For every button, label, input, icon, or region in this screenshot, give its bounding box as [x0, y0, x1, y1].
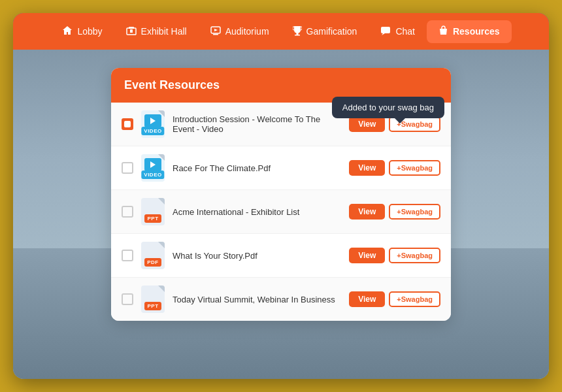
view-button-2[interactable]: View — [349, 160, 385, 176]
swag-button-4[interactable]: +Swagbag — [389, 248, 440, 263]
file-icon-ppt-2: PPT — [141, 286, 165, 313]
resource-name-5: Today Virtual Summit, Webinar In Busines… — [173, 295, 341, 304]
nav-item-chat[interactable]: Chat — [369, 21, 427, 42]
checkbox-2[interactable] — [122, 162, 133, 174]
resource-name-2: Race For The Climate.Pdf — [173, 163, 341, 173]
bag-icon — [438, 25, 448, 38]
tooltip-text: Added to your swag bag — [342, 103, 434, 112]
nav-item-gamification[interactable]: Gamification — [281, 20, 369, 43]
view-button-3[interactable]: View — [349, 204, 385, 220]
nav-item-exhibit-hall[interactable]: Exhibit Hall — [114, 21, 199, 42]
resource-name-1: Introduction Session - Welcome To The Ev… — [173, 114, 341, 134]
resource-row: PPT Acme International - Exhibitor List … — [111, 190, 451, 234]
row-actions-4: View +Swagbag — [349, 248, 440, 263]
auditorium-icon — [210, 26, 221, 37]
swagbag-tooltip: Added to your swag bag — [332, 97, 444, 118]
nav-item-auditorium[interactable]: Auditorium — [199, 21, 281, 42]
exhibit-icon — [126, 26, 137, 37]
chat-icon — [380, 26, 391, 37]
view-button-1[interactable]: View — [349, 116, 385, 132]
nav-label-exhibit-hall: Exhibit Hall — [141, 26, 187, 37]
svg-marker-4 — [214, 29, 218, 31]
navbar: Lobby Exhibit Hall Auditorium — [13, 13, 549, 50]
row-actions-2: View +Swagbag — [349, 160, 440, 176]
resource-row: PPT Today Virtual Summit, Webinar In Bus… — [111, 278, 451, 321]
file-icon-pdf: PDF — [141, 242, 165, 269]
row-actions-5: View +Swagbag — [349, 291, 440, 307]
file-icon-video: VIDEO — [141, 110, 165, 138]
resource-name-3: Acme International - Exhibitor List — [173, 207, 341, 217]
nav-label-lobby: Lobby — [77, 26, 102, 37]
swag-button-3[interactable]: +Swagbag — [389, 204, 440, 220]
svg-marker-9 — [382, 33, 385, 35]
svg-rect-8 — [381, 27, 390, 33]
checkbox-3[interactable] — [122, 206, 133, 218]
content-area: Added to your swag bag Event Resources — [13, 50, 549, 321]
panel-title: Event Resources — [124, 78, 220, 91]
swag-button-2[interactable]: +Swagbag — [389, 160, 440, 176]
nav-label-resources: Resources — [453, 26, 500, 37]
swag-button-5[interactable]: +Swagbag — [389, 291, 440, 307]
view-button-5[interactable]: View — [349, 291, 385, 307]
nav-item-lobby[interactable]: Lobby — [50, 20, 114, 43]
resource-row: VIDEO Race For The Climate.Pdf View +Swa… — [111, 146, 451, 190]
svg-rect-6 — [296, 33, 298, 35]
device-frame: Lobby Exhibit Hall Auditorium — [13, 13, 549, 379]
svg-rect-2 — [130, 29, 133, 33]
svg-point-11 — [444, 31, 446, 32]
resource-row: PDF What Is Your Story.Pdf View +Swagbag — [111, 234, 451, 278]
nav-label-gamification: Gamification — [306, 26, 357, 37]
svg-rect-7 — [295, 35, 300, 36]
checkbox-4[interactable] — [122, 250, 133, 261]
nav-label-auditorium: Auditorium — [225, 26, 269, 37]
view-button-4[interactable]: View — [349, 248, 385, 263]
file-icon-pdf-blue: VIDEO — [141, 154, 165, 182]
svg-rect-1 — [129, 27, 134, 29]
trophy-icon — [293, 25, 302, 38]
file-icon-ppt-1: PPT — [141, 198, 165, 225]
nav-item-resources[interactable]: Resources — [427, 20, 512, 43]
checkbox-5[interactable] — [122, 293, 133, 305]
panel-body: VIDEO Introduction Session - Welcome To … — [111, 103, 451, 321]
nav-label-chat: Chat — [395, 26, 415, 37]
home-icon — [62, 25, 73, 38]
resources-panel: Added to your swag bag Event Resources — [111, 68, 451, 321]
row-actions-3: View +Swagbag — [349, 204, 440, 220]
checkbox-1[interactable] — [122, 118, 133, 130]
svg-point-10 — [441, 31, 442, 32]
resource-name-4: What Is Your Story.Pdf — [173, 251, 341, 261]
svg-rect-5 — [213, 34, 218, 35]
